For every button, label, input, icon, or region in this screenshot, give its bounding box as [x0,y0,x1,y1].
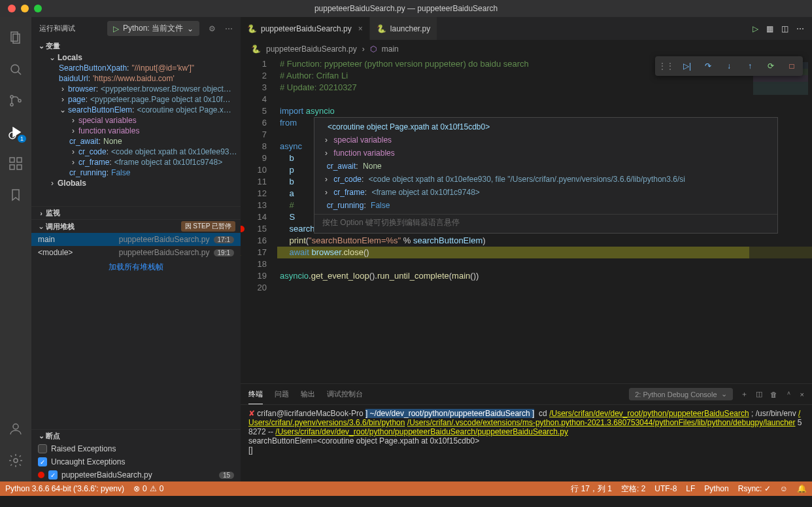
var-row[interactable]: ›cr_frame: <frame object at 0x10f1c9748> [31,157,241,167]
checkbox[interactable] [38,444,47,453]
svg-line-3 [18,71,21,75]
editor-area: 🐍 puppeteerBaiduSearch.py × 🐍 launcher.p… [241,17,812,481]
search-icon[interactable] [0,54,31,85]
tab-output[interactable]: 输出 [301,385,315,404]
var-row[interactable]: cr_running: False [31,167,241,178]
scope-locals[interactable]: ⌄Locals [31,52,241,63]
maximize-panel-icon[interactable]: ＾ [785,389,792,399]
window-controls [0,5,42,12]
notifications-icon[interactable]: 🔔 [797,484,807,493]
tab-terminal[interactable]: 终端 [248,385,263,404]
status-cursor[interactable]: 行 17，列 1 [571,483,612,495]
svg-point-6 [18,99,21,102]
tab-file[interactable]: 🐍 puppeteerBaiduSearch.py × [241,17,370,40]
var-row[interactable]: ›cr_code: <code object xpath at 0x10efee… [31,147,241,157]
source-control-icon[interactable] [0,85,31,116]
breakpoint-item[interactable]: ✓ Uncaught Exceptions [31,455,241,468]
step-into-button[interactable]: ↓ [722,59,736,73]
debug-hover-popup[interactable]: <coroutine object Page.xpath at 0x10f15c… [314,117,778,234]
settings-gear-icon[interactable] [0,445,31,476]
checkbox[interactable]: ✓ [48,470,58,480]
run-icon[interactable]: ▷ [753,24,758,33]
explorer-icon[interactable] [0,22,31,54]
close-window-button[interactable] [8,5,16,12]
var-row[interactable]: ›browser: <pyppeteer.browser.Browser obj… [31,84,241,94]
config-gear-icon[interactable]: ⚙ [209,24,216,33]
variables-tree[interactable]: ⌄Locals SearchButtonXpath: "//input[@id=… [31,52,241,206]
status-rsync[interactable]: Rsync: ✓ [738,484,771,493]
kill-terminal-icon[interactable]: 🗑 [770,391,777,398]
scope-globals[interactable]: ›Globals [31,178,241,188]
breakpoint-dot-icon[interactable] [241,226,245,232]
var-row[interactable]: ›page: <pyppeteer.page.Page object at 0x… [31,94,241,105]
stack-frame[interactable]: main puppeteerBaiduSearch.py 17:1 [31,233,241,246]
tab-problems[interactable]: 问题 [275,385,289,404]
watch-section-header[interactable]: ›监视 [31,207,241,219]
checkbox[interactable]: ✓ [38,457,47,466]
sidebar-title: 运行和调试 [39,24,102,33]
chevron-down-icon: ⌄ [721,390,727,398]
new-terminal-icon[interactable]: ＋ [741,389,748,399]
svg-point-4 [10,96,13,98]
hover-hint: 按住 Option 键可切换到编辑器语言悬停 [314,214,777,230]
bookmark-icon[interactable] [0,179,31,211]
breakpoints-section-header[interactable]: ⌄断点 [31,430,241,442]
svg-rect-12 [17,165,22,169]
diff-icon[interactable]: ▦ [766,24,773,33]
run-debug-icon[interactable]: 1 [0,116,31,148]
var-row[interactable]: ›function variables [31,126,241,136]
status-encoding[interactable]: UTF-8 [654,484,677,493]
var-row[interactable]: baiduUrl: 'https://www.baidu.com' [31,73,241,84]
status-problems[interactable]: ⊗0 ⚠0 [133,484,163,493]
close-panel-icon[interactable]: × [800,391,804,398]
stack-frame[interactable]: <module> puppeteerBaiduSearch.py 19:1 [31,246,241,259]
start-debug-icon[interactable]: ▷ [113,24,119,33]
code-editor[interactable]: 123 456 789 101112 1314 15 16 ▷17 181920… [241,58,812,383]
status-interpreter[interactable]: Python 3.6.6 64-bit ('3.6.6': pyenv) [5,484,124,493]
variables-label: 变量 [46,41,60,51]
more-icon[interactable]: ⋯ [225,24,233,33]
svg-rect-11 [10,165,14,169]
debug-toolbar[interactable]: ⋮⋮ ▷| ↷ ↓ ↑ ⟳ □ [655,56,803,76]
callstack-section-header[interactable]: ⌄调用堆栈 因 STEP 已暂停 [31,220,241,233]
chevron-down-icon: ⌄ [187,24,194,33]
status-eol[interactable]: LF [686,484,695,493]
continue-button[interactable]: ▷| [680,59,694,73]
callstack-status: 因 STEP 已暂停 [181,221,236,232]
breakpoint-item[interactable]: ✓ puppeteerBaiduSearch.py 15 [31,468,241,481]
svg-point-13 [13,424,18,429]
extensions-icon[interactable] [0,148,31,179]
step-over-button[interactable]: ↷ [701,59,715,73]
breakpoint-dot-icon [38,472,44,478]
line-gutter[interactable]: 123 456 789 101112 1314 15 16 ▷17 181920 [241,58,277,383]
terminal[interactable]: ✘ crifan@licrifandeMacBook-Pro ] ~/dev/d… [241,405,812,481]
breakpoint-item[interactable]: Raised Exceptions [31,442,241,455]
restart-button[interactable]: ⟳ [764,59,778,73]
drag-handle-icon[interactable]: ⋮⋮ [659,59,673,73]
terminal-selector[interactable]: 2: Python Debug Console ⌄ [629,388,732,400]
debug-config-selector[interactable]: ▷ Python: 当前文件 ⌄ [107,21,199,36]
stop-button[interactable]: □ [785,59,799,73]
maximize-window-button[interactable] [34,5,42,12]
minimize-window-button[interactable] [21,5,29,12]
var-row[interactable]: cr_await: None [31,136,241,147]
close-tab-icon[interactable]: × [358,24,363,33]
tab-file[interactable]: 🐍 launcher.py [370,17,437,40]
var-row[interactable]: SearchButtonXpath: "//input[@id='kw']" [31,63,241,73]
var-row[interactable]: ›special variables [31,115,241,126]
var-row[interactable]: ⌄searchButtonElem: <coroutine object Pag… [31,105,241,115]
feedback-icon[interactable]: ☺ [780,484,788,493]
more-actions-icon[interactable]: ⋯ [796,24,804,33]
account-icon[interactable] [0,413,31,445]
breadcrumbs[interactable]: 🐍 puppeteerBaiduSearch.py › ⬡ main [241,40,812,58]
status-language[interactable]: Python [704,484,728,493]
status-indent[interactable]: 空格: 2 [621,483,645,495]
step-out-button[interactable]: ↑ [743,59,757,73]
variables-section-header[interactable]: ⌄ 变量 [31,40,241,52]
tab-debug-console[interactable]: 调试控制台 [327,385,363,404]
split-terminal-icon[interactable]: ◫ [756,390,762,398]
load-all-frames[interactable]: 加载所有堆栈帧 [31,259,241,275]
svg-rect-0 [11,32,18,41]
code-content[interactable]: # Function: pyppeteer (python version pu… [277,58,812,383]
split-editor-icon[interactable]: ◫ [781,24,788,33]
